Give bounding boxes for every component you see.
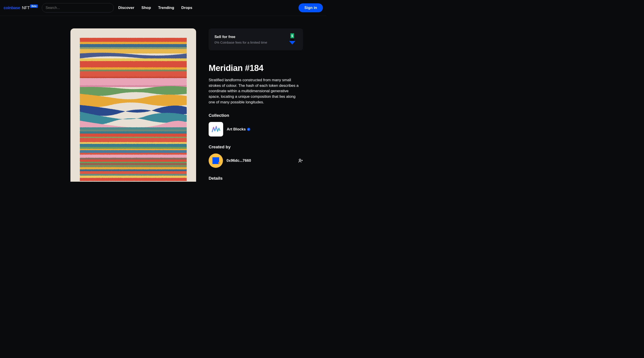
svg-rect-3 — [80, 47, 187, 49]
collection-label: Collection — [209, 113, 303, 118]
svg-rect-33 — [80, 171, 187, 174]
header: coinbase NFT Beta Discover Shop Trending… — [0, 0, 326, 16]
beta-badge: Beta — [30, 5, 38, 8]
main-nav: Discover Shop Trending Drops — [118, 6, 192, 10]
svg-rect-27 — [80, 160, 187, 162]
nft-title: Meridian #184 — [209, 63, 303, 73]
creator-row: 0x96dc...7660 — [209, 154, 303, 168]
promo-subtitle: 0% Coinbase fees for a limited time — [214, 41, 267, 44]
verified-icon — [247, 128, 250, 131]
search-container[interactable] — [42, 3, 114, 13]
search-input[interactable] — [46, 6, 110, 10]
promo-title: Sell for free — [214, 35, 267, 39]
svg-rect-8 — [80, 70, 187, 71]
svg-rect-22 — [80, 149, 187, 150]
logo[interactable]: coinbase NFT Beta — [4, 6, 38, 10]
main-content: Sell for free 0% Coinbase fees for a lim… — [24, 16, 303, 182]
svg-rect-32 — [80, 169, 187, 171]
logo-brand: coinbase — [4, 6, 20, 10]
svg-rect-5 — [80, 58, 187, 61]
follow-user-icon[interactable] — [298, 158, 303, 163]
svg-rect-17 — [80, 137, 187, 138]
collection-avatar — [209, 122, 223, 137]
nft-artwork — [80, 38, 187, 181]
svg-rect-7 — [80, 67, 187, 70]
svg-rect-15 — [80, 131, 187, 134]
svg-rect-18 — [80, 138, 187, 142]
svg-rect-35 — [80, 176, 187, 178]
svg-rect-20 — [80, 144, 187, 147]
creator-avatar[interactable] — [209, 154, 223, 168]
svg-rect-30 — [80, 165, 187, 167]
svg-rect-39 — [290, 38, 294, 41]
svg-rect-25 — [80, 155, 187, 158]
creator-address[interactable]: 0x96dc...7660 — [226, 158, 294, 163]
svg-rect-24 — [80, 153, 187, 155]
svg-rect-0 — [80, 38, 187, 42]
nft-image-frame[interactable] — [70, 29, 196, 182]
nft-description: Stratified landforms constructed from ma… — [209, 77, 300, 105]
nav-drops[interactable]: Drops — [181, 6, 192, 10]
signin-button[interactable]: Sign in — [298, 3, 323, 12]
promo-card[interactable]: Sell for free 0% Coinbase fees for a lim… — [209, 29, 303, 50]
nav-shop[interactable]: Shop — [142, 6, 151, 10]
svg-rect-19 — [80, 142, 187, 144]
details-label: Details — [209, 176, 303, 181]
creator-label: Created by — [209, 145, 303, 149]
svg-rect-6 — [80, 61, 187, 67]
svg-rect-11 — [80, 78, 187, 85]
collection-name: Art Blocks — [227, 127, 250, 132]
svg-rect-36 — [80, 178, 187, 181]
svg-rect-28 — [80, 162, 187, 163]
svg-rect-9 — [80, 71, 187, 77]
svg-rect-26 — [80, 158, 187, 160]
svg-rect-4 — [80, 49, 187, 54]
svg-rect-34 — [80, 174, 187, 176]
svg-text:$: $ — [291, 34, 293, 38]
svg-rect-16 — [80, 134, 187, 137]
nav-discover[interactable]: Discover — [118, 6, 134, 10]
svg-rect-13 — [80, 127, 187, 130]
price-drop-icon: $ — [287, 33, 297, 46]
svg-rect-29 — [80, 163, 187, 165]
svg-rect-31 — [80, 167, 187, 169]
svg-rect-23 — [80, 150, 187, 153]
svg-rect-14 — [80, 130, 187, 131]
svg-point-40 — [299, 159, 301, 161]
nav-trending[interactable]: Trending — [158, 6, 174, 10]
svg-rect-2 — [80, 44, 187, 47]
svg-rect-1 — [80, 42, 187, 44]
logo-nft: NFT — [22, 6, 30, 10]
collection-link[interactable]: Art Blocks — [209, 122, 303, 137]
svg-rect-21 — [80, 147, 187, 149]
svg-rect-10 — [80, 77, 187, 78]
